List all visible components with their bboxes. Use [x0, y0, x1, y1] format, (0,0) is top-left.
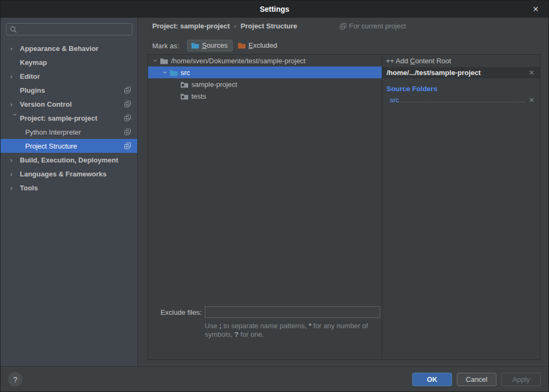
content-root-path: /home/.../test/sample-project	[387, 69, 528, 77]
ok-button[interactable]: OK	[412, 373, 452, 386]
sidebar-item-label: Version Control	[20, 100, 72, 108]
chevron-right-icon: ›	[10, 72, 20, 80]
settings-search[interactable]	[6, 23, 132, 35]
mark-as-sources-label: Sources	[202, 41, 228, 49]
sidebar-item-label: Editor	[20, 72, 40, 80]
settings-dialog: Settings ✕ › Appearance & Behavior Keyma…	[0, 0, 549, 392]
dialog-footer: ? OK Cancel Apply	[1, 366, 548, 391]
sidebar-item-label: Keymap	[20, 58, 47, 66]
sidebar-item-label: Languages & Frameworks	[20, 170, 107, 178]
add-content-root-button[interactable]: + + Add Content Root	[382, 55, 540, 67]
cancel-button[interactable]: Cancel	[457, 373, 496, 386]
remove-source-folder-icon[interactable]: ✕	[528, 96, 536, 104]
folder-icon	[180, 80, 189, 88]
sidebar-item-label: Project: sample-project	[20, 114, 98, 122]
sidebar-item-tools[interactable]: › Tools	[1, 181, 137, 195]
remove-content-root-icon[interactable]: ✕	[528, 69, 536, 77]
for-current-project-label: For current project	[349, 22, 406, 30]
sidebar-item-label: Build, Execution, Deployment	[20, 156, 118, 164]
tree-row-label: sample-project	[191, 80, 237, 88]
settings-sidebar: › Appearance & Behavior Keymap › Editor …	[1, 18, 138, 367]
mark-as-excluded-label: Excluded	[249, 41, 277, 49]
chevron-right-icon: ›	[10, 100, 20, 108]
sidebar-item-editor[interactable]: › Editor	[1, 69, 137, 83]
dialog-title: Settings	[259, 5, 289, 13]
tree-row-label: tests	[191, 92, 206, 100]
breadcrumb: Project: sample-project › Project Struct…	[152, 22, 297, 30]
tree-row-src[interactable]: › src	[148, 66, 382, 78]
exclude-files-label: Exclude files:	[148, 308, 202, 316]
sidebar-item-keymap[interactable]: Keymap	[1, 55, 137, 69]
project-level-icon	[124, 129, 131, 135]
plus-icon: +	[386, 57, 390, 65]
folder-icon	[160, 57, 168, 65]
project-level-icon	[124, 143, 131, 149]
exclude-files-section: Exclude files: Use ; to separate name pa…	[148, 306, 382, 339]
exclude-files-input[interactable]	[205, 306, 380, 318]
sidebar-item-label: Tools	[20, 184, 38, 192]
tree-row-label: /home/sven/Dokumente/test/sample-project	[171, 57, 306, 65]
sidebar-item-python-interpreter[interactable]: Python Interpreter	[1, 125, 137, 139]
project-level-icon	[124, 115, 131, 121]
project-level-icon	[124, 87, 131, 93]
chevron-right-icon: ›	[10, 170, 20, 178]
mark-as-label: Mark as:	[152, 42, 179, 50]
source-folder-icon	[169, 69, 178, 77]
mark-as-sources-button[interactable]: Sources	[188, 40, 232, 51]
tree-row-sample-project[interactable]: sample-project	[148, 78, 382, 90]
dotted-leader	[401, 96, 525, 102]
mark-as-excluded-button[interactable]: Excluded	[234, 40, 281, 51]
sidebar-item-appearance-behavior[interactable]: › Appearance & Behavior	[1, 41, 137, 55]
tree-row-tests[interactable]: tests	[148, 90, 382, 102]
apply-button[interactable]: Apply	[501, 373, 541, 386]
content-root-tree-panel: › /home/sven/Dokumente/test/sample-proje…	[147, 54, 382, 360]
exclude-files-hint: Use ; to separate name patterns, * for a…	[205, 322, 382, 339]
for-current-project-note: For current project	[340, 22, 406, 30]
sidebar-item-build-execution-deployment[interactable]: › Build, Execution, Deployment	[1, 153, 137, 167]
breadcrumb-project[interactable]: Project: sample-project	[152, 22, 230, 30]
chevron-right-icon: ›	[10, 156, 20, 164]
breadcrumb-separator: ›	[234, 22, 236, 30]
sidebar-item-project-sample-project[interactable]: › Project: sample-project	[1, 111, 137, 125]
folder-icon	[180, 92, 189, 100]
project-level-icon	[124, 101, 131, 107]
chevron-down-icon: ›	[11, 113, 19, 123]
project-level-icon	[340, 23, 346, 29]
breadcrumb-page: Project Structure	[241, 22, 297, 30]
search-input[interactable]	[17, 25, 132, 33]
excluded-folder-icon	[238, 41, 246, 49]
sidebar-item-label: Appearance & Behavior	[20, 45, 99, 53]
add-content-root-label: + Add Content Root	[392, 57, 451, 65]
sidebar-item-label: Project Structure	[25, 142, 77, 150]
chevron-down-icon[interactable]: ›	[161, 68, 169, 77]
sidebar-item-project-structure[interactable]: Project Structure	[1, 139, 137, 153]
chevron-right-icon: ›	[10, 45, 20, 53]
search-icon	[10, 26, 17, 33]
source-folders-header: Source Folders	[387, 85, 540, 93]
close-icon[interactable]: ✕	[528, 1, 543, 18]
titlebar: Settings ✕	[1, 1, 548, 18]
sidebar-item-plugins[interactable]: Plugins	[1, 83, 137, 97]
source-folder-icon	[191, 41, 199, 49]
sidebar-item-label: Python Interpreter	[25, 128, 81, 136]
tree-row-content-root[interactable]: › /home/sven/Dokumente/test/sample-proje…	[148, 55, 382, 66]
sidebar-item-label: Plugins	[20, 86, 45, 94]
help-button[interactable]: ?	[8, 372, 23, 387]
sidebar-item-version-control[interactable]: › Version Control	[1, 97, 137, 111]
chevron-down-icon[interactable]: ›	[152, 56, 159, 65]
mark-as-toolbar: Mark as: Sources Excluded	[152, 40, 281, 51]
settings-nav: › Appearance & Behavior Keymap › Editor …	[1, 41, 137, 195]
chevron-right-icon: ›	[10, 184, 20, 192]
content-roots-panel: + + Add Content Root /home/.../test/samp…	[382, 54, 540, 360]
help-icon: ?	[13, 375, 18, 384]
sidebar-item-languages-frameworks[interactable]: › Languages & Frameworks	[1, 167, 137, 181]
source-folder-row[interactable]: src ✕	[390, 96, 536, 104]
content-root-row[interactable]: /home/.../test/sample-project ✕	[382, 67, 540, 78]
source-folder-name: src	[390, 96, 399, 104]
tree-row-label: src	[181, 69, 190, 77]
